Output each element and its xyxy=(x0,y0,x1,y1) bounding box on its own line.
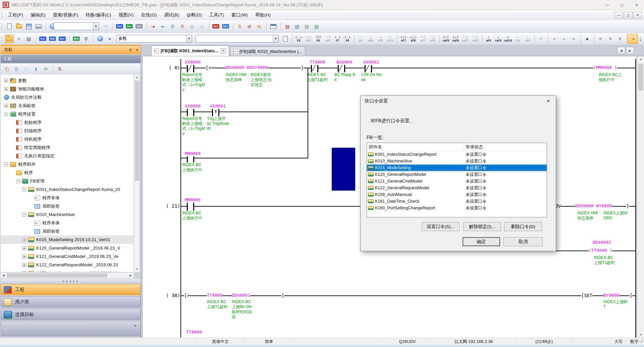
device-read-monitor-icon[interactable]: Dev xyxy=(125,22,134,31)
ladder-invert-result-up-button[interactable]: ↑ aF5 xyxy=(482,34,493,44)
scroll-up-icon[interactable]: ▲ xyxy=(637,56,644,62)
fb-list-row[interactable]: K161_DateTime_Check 未设置口令 xyxy=(367,198,547,205)
device-write-monitor-icon[interactable]: Dev xyxy=(113,22,124,31)
tab-scroll-right-icon[interactable]: ▶ xyxy=(626,47,634,54)
tree-item-no-execution-type[interactable]: 无执行类型指定 xyxy=(1,152,133,160)
comment-display-icon[interactable]: ▤ xyxy=(280,22,292,31)
device-memory-icon[interactable]: Dev xyxy=(48,34,57,43)
device-search-icon[interactable]: ⚲ xyxy=(82,34,91,43)
fb-list-row[interactable]: K001_IndexStatusChangeReport 未设置口令 xyxy=(367,151,547,158)
menu-debug[interactable]: 调试(B) xyxy=(160,10,183,20)
tree-item-k159[interactable]: K159_AutoMannual Kuma_2019.08.19_V xyxy=(1,269,133,272)
tree-item-k121[interactable]: K121_GeneralCmdModel _2019.06.23_Ve xyxy=(1,252,133,261)
editor-vertical-scrollbar[interactable]: ▲ ▼ xyxy=(637,56,644,338)
ladder-falling-pulse-button[interactable]: -|↓|- sF8 xyxy=(409,34,418,44)
menu-project[interactable]: 工程(P) xyxy=(4,10,27,20)
tree-expander-icon[interactable] xyxy=(4,79,8,83)
statement-display-icon[interactable]: ▤ xyxy=(292,22,302,31)
tree-expander-icon[interactable] xyxy=(4,104,8,108)
device-test-icon[interactable]: Dev xyxy=(209,22,220,31)
chevron-down-icon[interactable]: ▼ xyxy=(93,23,99,30)
ladder-cursor[interactable] xyxy=(332,148,355,191)
open-project-icon[interactable] xyxy=(14,22,23,31)
unlock-button[interactable]: 解除锁定(I)... xyxy=(463,222,501,231)
scrollbar-thumb[interactable] xyxy=(135,80,139,181)
child-close-button[interactable]: ✕ xyxy=(633,12,642,18)
tree-expander-icon[interactable] xyxy=(22,271,26,272)
scrollbar-thumb[interactable] xyxy=(638,64,643,90)
navigation-window-toggle[interactable] xyxy=(5,34,14,43)
column-header-name[interactable]: 部件名 xyxy=(367,144,464,150)
fb-list-row[interactable]: K121_GeneralCmdModel 未设置口令 xyxy=(367,178,547,185)
tree-item-k120[interactable]: K120_GeneralReportModel _2019.06.23_V xyxy=(1,244,133,252)
set-password-button[interactable]: 设置口令(S)... xyxy=(422,222,460,231)
device-comment-icon[interactable]: Dev xyxy=(36,34,47,43)
tab-fb-k010[interactable]: [FB]读取 K010_MachineAlive (... ✕ xyxy=(230,47,305,56)
minimize-button[interactable]: — xyxy=(600,0,614,10)
monitor-start-icon[interactable]: ⚲ xyxy=(168,22,177,31)
display-format-icon[interactable]: ▤ xyxy=(312,22,321,31)
chevron-down-icon[interactable]: ▼ xyxy=(273,35,278,42)
ladder-rising-pulse-button[interactable]: -|↑|- sF7 xyxy=(397,34,408,44)
tree-expander-icon[interactable] xyxy=(16,179,20,183)
transfer-setup-icon[interactable]: ⇅ xyxy=(233,22,244,31)
save-project-icon[interactable] xyxy=(24,22,33,31)
ladder-coil-button[interactable]: -( )- F7 xyxy=(333,34,342,44)
nav-sort-icon[interactable]: ⇅ xyxy=(53,65,64,73)
write-to-plc-icon[interactable]: ➜ xyxy=(146,22,158,31)
restore-button[interactable]: ◻ xyxy=(614,0,629,10)
pin-icon[interactable]: ⚲ xyxy=(127,48,134,52)
tree-item-global-comment[interactable]: 全局软元件注释 xyxy=(1,93,133,101)
cancel-button[interactable]: 取消 xyxy=(503,237,543,246)
column-header-status[interactable]: 登录状态 xyxy=(464,144,547,150)
scroll-down-icon[interactable]: ▼ xyxy=(134,266,140,272)
tree-item-k001-body[interactable]: 程序本体 xyxy=(1,194,133,202)
print-icon[interactable] xyxy=(34,22,43,31)
tab-close-icon[interactable]: ✕ xyxy=(221,48,226,54)
fb-list-row[interactable]: K190_PortSettingChangeReport 未设置口令 xyxy=(367,205,547,211)
display-target-fb-icon[interactable] xyxy=(281,34,290,43)
menu-compile[interactable]: 转换/编译(C) xyxy=(82,10,115,20)
ladder-horizontal-line-button[interactable]: ─── F9 xyxy=(354,34,365,44)
chevron-more-icon[interactable]: » xyxy=(134,323,136,328)
tree-item-fb-management[interactable]: FB管理 xyxy=(1,177,133,185)
scroll-left-icon[interactable]: ◀ xyxy=(1,273,6,278)
verify-with-plc-icon[interactable]: ⇆ xyxy=(255,22,264,31)
close-button[interactable]: ✕ xyxy=(629,0,644,10)
ladder-close-branch-button[interactable]: └/├ sF6 xyxy=(323,34,332,44)
child-restore-button[interactable]: ◻ xyxy=(624,12,633,18)
tree-item-k010-local-label[interactable]: 局部标签 xyxy=(1,227,133,235)
help-2-icon[interactable]: ? xyxy=(93,34,105,43)
device-label-combobox[interactable]: 参数 ▼ xyxy=(116,35,192,43)
menu-online[interactable]: 在线(O) xyxy=(138,10,161,20)
ladder-edit-b-icon[interactable]: ▨ xyxy=(559,34,569,44)
ladder-edit-a-icon[interactable]: ▧ xyxy=(548,34,559,44)
ladder-pulse-nc-button[interactable]: ┤↓├ saF6 xyxy=(451,34,460,44)
menu-view[interactable]: 视图(V) xyxy=(115,10,138,20)
nav-new-data-icon[interactable]: ⎗ xyxy=(2,65,11,73)
scrollbar-thumb[interactable] xyxy=(7,273,107,278)
inline-st-button[interactable]: ST xyxy=(534,34,545,44)
fb-list-row[interactable]: K015_ModeSetting 未设置口令 xyxy=(367,164,547,171)
tree-expander-icon[interactable] xyxy=(22,246,26,250)
monitor-write-mode-icon[interactable]: ▣ xyxy=(581,34,592,44)
ladder-lline-button[interactable]: ∟ F10 xyxy=(513,34,522,44)
ladder-edit-c-icon[interactable]: ▩ xyxy=(569,34,578,44)
tree-item-k010[interactable]: K010_MachineAlive xyxy=(1,210,133,219)
online-program-change-icon[interactable]: ⇄ xyxy=(245,22,254,31)
close-icon[interactable]: ✕ xyxy=(134,48,141,52)
ladder-pulse-nc-branch-button[interactable]: └↓├ saF8 xyxy=(471,34,480,44)
monitor-stop-icon[interactable]: ⚲ xyxy=(178,22,187,31)
find-device-combobox[interactable]: ▼ xyxy=(196,35,279,43)
monitor-pause-icon[interactable]: ▦ xyxy=(187,22,197,31)
scroll-down-icon[interactable]: ▼ xyxy=(637,332,644,338)
tree-item-pou[interactable]: 程序部件 xyxy=(1,160,133,168)
tree-item-k010-body[interactable]: 程序本体 xyxy=(1,219,133,227)
nav-property-icon[interactable]: ℹ xyxy=(32,65,41,73)
new-project-icon[interactable] xyxy=(5,22,14,31)
nav-button-project[interactable]: 工程 xyxy=(1,284,141,295)
tree-item-parameter[interactable]: 参数 xyxy=(1,76,133,85)
nav-button-connection-destination[interactable]: 连接目标 xyxy=(1,309,141,320)
tree-item-global-label[interactable]: 全局标签 xyxy=(1,101,133,110)
tree-expander-icon[interactable] xyxy=(22,263,26,267)
